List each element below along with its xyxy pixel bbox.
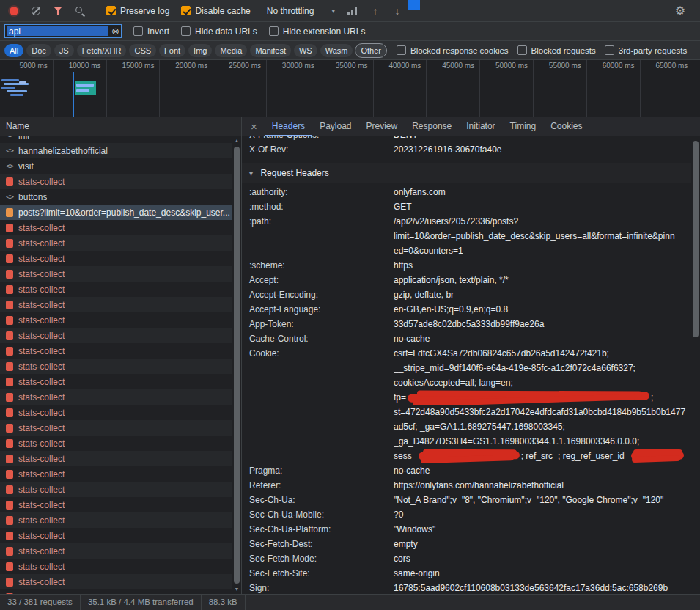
request-row[interactable]: stats-collect (0, 543, 232, 559)
request-row[interactable]: stats-collect (0, 297, 232, 312)
timeline-overview[interactable]: 5000 ms10000 ms15000 ms20000 ms25000 ms3… (0, 60, 700, 117)
checkbox-blocked-requests[interactable]: Blocked requests (517, 45, 596, 55)
request-row[interactable]: stats-collect (0, 374, 232, 389)
request-row[interactable]: stats-collect (0, 312, 232, 328)
request-row[interactable]: stats-collect (0, 482, 232, 497)
header-name: Sec-Fetch-Mode: (249, 551, 394, 566)
clear-filter-icon[interactable]: ⊗ (111, 26, 119, 37)
header-value: 202312261916-30670fa40e (394, 142, 691, 157)
request-row[interactable]: stats-collect (0, 528, 232, 543)
filter-input[interactable]: api ⊗ (4, 24, 122, 38)
scroll-down-icon[interactable]: ▼ (232, 585, 241, 594)
header-name: :path: (249, 214, 394, 258)
request-row[interactable]: stats-collect (0, 174, 232, 189)
timeline-tick: 65000 ms (641, 60, 694, 72)
request-row[interactable]: stats-collect (0, 328, 232, 343)
request-row[interactable]: stats-collect (0, 436, 232, 451)
request-row[interactable]: stats-collect (0, 589, 232, 594)
request-row[interactable]: stats-collect (0, 235, 232, 251)
throttling-dropdown[interactable]: No throttling ▾ (267, 6, 335, 16)
checkbox-invert[interactable]: Invert (133, 26, 169, 37)
request-row[interactable]: <>init (0, 136, 232, 143)
header-value-line: fp=; (394, 390, 691, 405)
request-name: stats-collect (18, 423, 65, 433)
type-filter-all[interactable]: All (4, 44, 23, 57)
request-headers-section[interactable]: ▾ Request Headers (242, 163, 691, 183)
request-row[interactable]: stats-collect (0, 420, 232, 436)
checkbox-blocked-response-cookies[interactable]: Blocked response cookies (397, 45, 509, 55)
type-filter-css[interactable]: CSS (129, 44, 156, 57)
network-conditions-button[interactable] (345, 3, 361, 19)
header-row: Pragma:no-cache (242, 463, 691, 478)
tab-response[interactable]: Response (405, 117, 459, 136)
checkbox-box-icon (605, 45, 614, 55)
status-resources: 88.3 kB (202, 595, 246, 610)
request-row[interactable]: stats-collect (0, 389, 232, 405)
type-filter-media[interactable]: Media (215, 44, 247, 57)
request-row[interactable]: stats-collect (0, 251, 232, 266)
tab-payload[interactable]: Payload (312, 117, 358, 136)
request-row[interactable]: stats-collect (0, 220, 232, 235)
checkbox-3rd-party-requests[interactable]: 3rd-party requests (605, 45, 687, 55)
type-filter-ws[interactable]: WS (294, 44, 317, 57)
settings-button[interactable]: ⚙ (672, 3, 688, 19)
request-row[interactable]: <>visit (0, 158, 232, 174)
type-filter-doc[interactable]: Doc (26, 44, 51, 57)
header-row: :scheme:https (242, 258, 691, 273)
request-row[interactable]: stats-collect (0, 282, 232, 297)
details-scrollbar[interactable] (691, 136, 700, 594)
tab-cookies[interactable]: Cookies (543, 117, 589, 136)
checkbox-hide-data-urls[interactable]: Hide data URLs (181, 26, 257, 37)
export-har-button[interactable]: ↓ (389, 3, 405, 19)
header-row: X-Of-Rev:202312261916-30670fa40e (242, 142, 691, 157)
scrollbar-thumb[interactable] (693, 141, 699, 337)
request-row[interactable]: <>buttons (0, 189, 232, 205)
request-row[interactable]: stats-collect (0, 497, 232, 512)
clear-button[interactable] (28, 3, 44, 19)
search-button[interactable] (72, 3, 88, 19)
request-row[interactable]: stats-collect (0, 359, 232, 374)
type-filter-fetch-xhr[interactable]: Fetch/XHR (77, 44, 127, 57)
requests-scrollbar[interactable]: ▲ ▼ (232, 136, 241, 594)
type-filter-font[interactable]: Font (159, 44, 185, 57)
request-name: stats-collect (18, 562, 65, 572)
tab-timing[interactable]: Timing (503, 117, 544, 136)
scroll-up-icon[interactable]: ▲ (232, 136, 241, 145)
blocked-icon (6, 347, 13, 356)
scrollbar-thumb[interactable] (234, 147, 240, 584)
tab-initiator[interactable]: Initiator (459, 117, 502, 136)
request-row[interactable]: stats-collect (0, 466, 232, 482)
throttling-value: No throttling (267, 6, 314, 16)
request-row[interactable]: stats-collect (0, 266, 232, 282)
name-column-header[interactable]: Name (0, 117, 241, 136)
request-row[interactable]: stats-collect (0, 343, 232, 359)
type-filter-img[interactable]: Img (188, 44, 212, 57)
checkbox-preserve-log[interactable]: Preserve log (106, 6, 169, 16)
request-name: visit (18, 161, 34, 172)
filter-toggle-button[interactable] (50, 3, 66, 19)
type-filter-js[interactable]: JS (54, 44, 74, 57)
request-row[interactable]: stats-collect (0, 451, 232, 466)
request-row[interactable]: stats-collect (0, 574, 232, 589)
tab-headers[interactable]: Headers (265, 117, 312, 136)
blocked-icon (6, 455, 13, 463)
filter-input-value: api (9, 26, 21, 37)
type-filter-wasm[interactable]: Wasm (320, 44, 353, 57)
checkbox-disable-cache[interactable]: Disable cache (181, 6, 250, 16)
tab-preview[interactable]: Preview (359, 117, 405, 136)
request-row[interactable]: stats-collect (0, 559, 232, 574)
checkbox-hide-extension-urls[interactable]: Hide extension URLs (269, 26, 366, 37)
request-name: stats-collect (18, 485, 65, 495)
header-value: 33d57ade8c02dbc5a333db99ff9ae26a (394, 317, 691, 331)
request-row[interactable]: <>hannahelizabethofficial (0, 143, 232, 158)
import-har-button[interactable]: ↑ (367, 3, 383, 19)
checkbox-box-icon (181, 26, 191, 36)
close-icon[interactable]: × (242, 120, 265, 133)
request-row[interactable]: posts?limit=10&order=publish_date_desc&s… (0, 205, 232, 220)
header-value: "Not_A Brand";v="8", "Chromium";v="120",… (394, 493, 691, 507)
type-filter-manifest[interactable]: Manifest (250, 44, 291, 57)
request-row[interactable]: stats-collect (0, 512, 232, 528)
request-row[interactable]: stats-collect (0, 405, 232, 420)
type-filter-other[interactable]: Other (355, 44, 386, 57)
record-button[interactable] (6, 3, 22, 19)
